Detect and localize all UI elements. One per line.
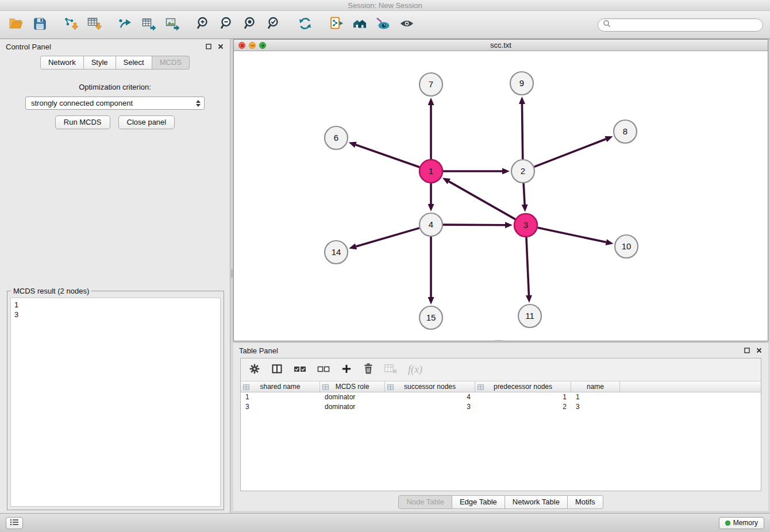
graph-node-label-11: 11: [525, 311, 534, 321]
apply-layout-button[interactable]: [296, 15, 314, 34]
search-input[interactable]: [613, 21, 758, 29]
select-all-button[interactable]: [294, 362, 306, 378]
tab-edge-table[interactable]: Edge Table: [452, 495, 505, 509]
zoom-in-button[interactable]: [194, 15, 213, 34]
list-icon: [10, 519, 19, 527]
table-row[interactable]: 1 dominator 4 1 1: [241, 392, 761, 402]
tab-mcds[interactable]: MCDS: [152, 56, 190, 70]
delete-table-button[interactable]: [384, 362, 397, 378]
graph-edge-arrowhead: [349, 142, 357, 148]
graph-node-label-4: 4: [429, 219, 433, 229]
network-document-button[interactable]: [327, 15, 345, 34]
cell-successor-nodes[interactable]: 4: [385, 392, 475, 402]
control-panel: Control Panel Network Style Select MCDS …: [0, 39, 230, 513]
column-header-filler: [620, 381, 761, 392]
column-header-shared-name[interactable]: shared name: [241, 381, 320, 392]
export-network-button[interactable]: [116, 15, 134, 34]
import-table-button[interactable]: [85, 15, 103, 34]
graph-edge-3-11[interactable]: [526, 237, 529, 295]
function-builder-button[interactable]: f(x): [408, 362, 422, 378]
refresh-arrows-icon: [298, 16, 313, 33]
graph-edge-3-10[interactable]: [538, 228, 606, 242]
table-row[interactable]: 3 dominator 3 2 3: [241, 402, 761, 412]
cell-predecessor-nodes[interactable]: 1: [475, 392, 571, 402]
graph-edge-4-3[interactable]: [443, 225, 505, 225]
graph-node-label-2: 2: [521, 166, 525, 176]
run-mcds-button[interactable]: Run MCDS: [55, 115, 110, 129]
graph-node-label-14: 14: [332, 247, 341, 257]
close-panel-button[interactable]: Close panel: [118, 115, 175, 129]
home-view-button[interactable]: [351, 15, 369, 34]
mcds-result-title: MCDS result (2 nodes): [11, 287, 91, 295]
horizontal-splitter-grip[interactable]: [494, 340, 503, 342]
graph-edge-2-8[interactable]: [534, 139, 606, 167]
graph-edge-1-6[interactable]: [356, 145, 419, 167]
column-header-label: successor nodes: [404, 383, 456, 391]
search-field[interactable]: [598, 18, 763, 32]
column-header-mcds-role[interactable]: MCDS role: [320, 381, 385, 392]
open-session-button[interactable]: [7, 15, 25, 34]
zoom-out-button[interactable]: [218, 15, 236, 34]
cell-shared-name[interactable]: 1: [241, 392, 320, 402]
memory-button[interactable]: Memory: [719, 517, 764, 529]
tab-motifs[interactable]: Motifs: [568, 495, 603, 509]
table-panel-close-button[interactable]: [756, 347, 763, 354]
cell-name[interactable]: 1: [571, 392, 620, 402]
unselect-all-button[interactable]: [317, 362, 330, 378]
add-column-button[interactable]: [341, 362, 352, 378]
tab-style[interactable]: Style: [84, 56, 116, 70]
zoom-selected-button[interactable]: [265, 15, 283, 34]
table-settings-button[interactable]: [249, 362, 260, 378]
export-table-button[interactable]: [140, 15, 158, 34]
cell-successor-nodes[interactable]: 3: [385, 402, 475, 412]
show-graphics-details-button[interactable]: [398, 15, 416, 34]
cell-shared-name[interactable]: 3: [241, 402, 320, 412]
control-panel-tabs: Network Style Select MCDS: [0, 56, 230, 70]
zoom-fit-icon: [243, 16, 258, 33]
import-network-button[interactable]: [61, 15, 80, 34]
graph-edge-4-14[interactable]: [356, 228, 419, 246]
show-column-button[interactable]: [271, 362, 283, 378]
tab-select[interactable]: Select: [116, 56, 152, 70]
table-panel-float-button[interactable]: [744, 347, 750, 354]
graph-edge-arrowhead: [606, 239, 614, 245]
network-window-title: scc.txt: [490, 41, 511, 49]
show-style-button[interactable]: [374, 15, 392, 34]
panel-splitter-grip[interactable]: [231, 269, 233, 278]
fx-icon: f(x): [408, 364, 422, 376]
graph-node-label-9: 9: [519, 78, 524, 88]
delete-column-button[interactable]: [363, 362, 374, 378]
zoom-fit-button[interactable]: [241, 15, 260, 34]
tab-node-table[interactable]: Node Table: [398, 495, 452, 509]
tab-network-table[interactable]: Network Table: [505, 495, 568, 509]
graph-edge-2-9[interactable]: [522, 104, 522, 159]
tab-network[interactable]: Network: [40, 56, 84, 70]
graph-edge-3-1[interactable]: [449, 182, 515, 219]
eye-icon: [399, 16, 414, 33]
mcds-result-item[interactable]: 3: [14, 310, 217, 319]
cell-predecessor-nodes[interactable]: 2: [475, 402, 571, 412]
search-icon: [603, 20, 611, 30]
export-image-button[interactable]: [163, 15, 182, 34]
network-window-minimize-button[interactable]: [249, 42, 256, 49]
control-panel-title: Control Panel: [6, 43, 51, 51]
column-header-successor-nodes[interactable]: successor nodes: [385, 381, 475, 392]
save-session-button[interactable]: [30, 15, 49, 34]
zoom-out-icon: [220, 16, 234, 33]
cell-name[interactable]: 3: [571, 402, 620, 412]
graph-edge-2-3[interactable]: [523, 183, 525, 205]
column-header-name[interactable]: name: [571, 381, 620, 392]
control-panel-float-button[interactable]: [205, 43, 212, 50]
control-panel-close-button[interactable]: [217, 43, 224, 50]
network-window-close-button[interactable]: [238, 42, 245, 49]
column-header-predecessor-nodes[interactable]: predecessor nodes: [475, 381, 571, 392]
cell-mcds-role[interactable]: dominator: [320, 392, 385, 402]
mcds-result-item[interactable]: 1: [14, 300, 217, 310]
cell-mcds-role[interactable]: dominator: [320, 402, 385, 412]
network-window-zoom-button[interactable]: [259, 42, 266, 49]
mcds-result-list[interactable]: 1 3: [10, 298, 221, 507]
network-canvas[interactable]: 7968124314101511: [234, 51, 768, 341]
table-panel-title: Table Panel: [239, 346, 278, 355]
optimization-criterion-dropdown[interactable]: strongly connected component: [25, 97, 205, 110]
task-history-button[interactable]: [6, 517, 23, 529]
